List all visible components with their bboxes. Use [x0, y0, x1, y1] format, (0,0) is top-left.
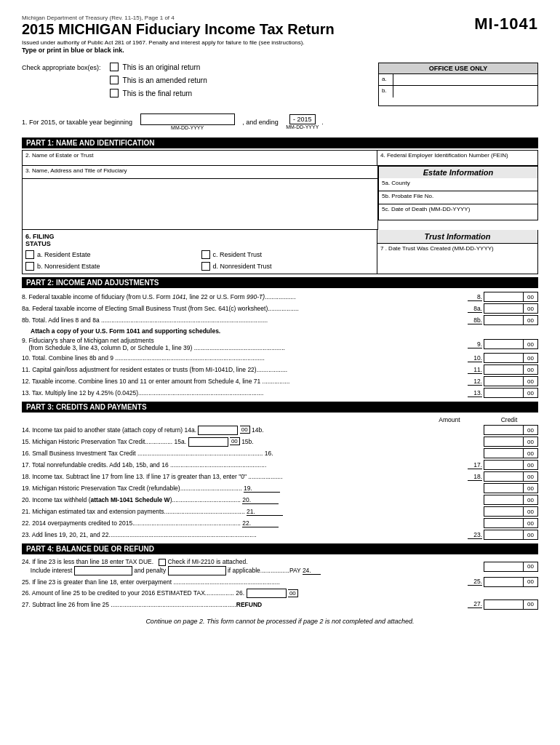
checkbox-row-original[interactable]: This is an original return: [110, 63, 378, 71]
filing-option-c[interactable]: c. Resident Trust: [201, 250, 375, 259]
line-11-amount[interactable]: [484, 364, 524, 375]
penalty-input[interactable]: [168, 566, 226, 575]
line-8b-amount[interactable]: [484, 315, 524, 325]
credits-header-row: Amount Credit: [22, 415, 538, 424]
name-id-section: 2. Name of Estate or Trust 4. Federal Em…: [22, 150, 538, 166]
office-use-box: OFFICE USE ONLY a. b.: [378, 63, 538, 106]
line-24: 24. If line 23 is less than line 18 ente…: [22, 557, 538, 576]
line-15b-amount[interactable]: [484, 437, 524, 447]
line-24-amount[interactable]: [484, 562, 524, 572]
line-13-num: 13.: [468, 389, 482, 397]
check-label: Check appropriate box(es):: [22, 63, 101, 71]
mm-dd-yyyy-label1: MM-DD-YYYY: [171, 125, 204, 130]
line-18-num: 18.: [468, 473, 482, 481]
checkbox-row-final[interactable]: This is the final return: [110, 89, 378, 97]
year-prefix: 1. For 2015, or taxable year beginning: [22, 119, 132, 126]
header-meta: Michigan Department of Treasury (Rev. 11…: [22, 15, 335, 21]
filing-option-a[interactable]: a. Resident Estate: [25, 250, 199, 259]
line-8b-cents: 00: [524, 315, 538, 325]
line-22: 22. 2014 overpayments credited to 2015..…: [22, 517, 538, 529]
line-23-cents: 00: [524, 530, 538, 540]
line-17-amount[interactable]: [484, 460, 524, 470]
line-22-amount[interactable]: [484, 518, 524, 528]
footer-text: Continue on page 2. This form cannot be …: [22, 618, 538, 625]
filing-option-d[interactable]: d. Nonresident Trust: [201, 262, 375, 271]
line-16-amount[interactable]: [484, 448, 524, 458]
filing-options: a. Resident Estate c. Resident Trust b. …: [25, 250, 374, 271]
filing-option-b[interactable]: b. Nonresident Estate: [25, 262, 199, 271]
interest-input[interactable]: [74, 566, 132, 575]
checkbox-section: Check appropriate box(es): This is an or…: [22, 63, 538, 106]
line-12-cents: 00: [524, 376, 538, 386]
year-begin-input[interactable]: [140, 113, 235, 125]
line-8a-text: 8a. Federal taxable income of Electing S…: [22, 305, 468, 312]
line-23-amount[interactable]: [484, 530, 524, 540]
line-11-num: 11.: [468, 366, 482, 374]
line-18-cents: 00: [524, 471, 538, 482]
office-use-row-b: b.: [379, 86, 537, 97]
part3-header: PART 3: CREDITS AND PAYMENTS: [22, 402, 538, 413]
line-15b-cents: 00: [524, 437, 538, 447]
line-8-text: 8. Federal taxable income of fiduciary (…: [22, 293, 468, 300]
line-8-amount[interactable]: [484, 292, 524, 302]
checkbox-nonresident-trust[interactable]: [201, 262, 210, 271]
line-19-amount[interactable]: [484, 483, 524, 493]
line-20-amount[interactable]: [484, 495, 524, 505]
line-27-text: 27. Subtract line 26 from line 25 ......…: [22, 601, 468, 608]
amount-credit-labels: Amount Credit: [420, 416, 538, 423]
line-12-amount[interactable]: [484, 376, 524, 386]
line-21-amount[interactable]: [484, 506, 524, 517]
page-header: Michigan Department of Treasury (Rev. 11…: [22, 15, 538, 61]
field7-label: 7 . Date Trust Was Created (MM-DD-YYYY): [380, 245, 494, 252]
field2-label: 2. Name of Estate or Trust: [25, 152, 93, 159]
fiduciary-input-area[interactable]: [22, 179, 378, 230]
part2-header: PART 2: INCOME AND ADJUSTMENTS: [22, 277, 538, 288]
line-14a-input[interactable]: [198, 426, 238, 435]
checkbox-resident-estate[interactable]: [25, 250, 34, 259]
checkbox-final[interactable]: [110, 89, 119, 97]
filing-title: 6. FILINGSTATUS: [25, 233, 374, 247]
line-20-cents: 00: [524, 495, 538, 505]
field4-label: 4. Federal Employer Identification Numbe…: [380, 152, 508, 159]
line-27-num: 27.: [468, 600, 482, 608]
checkbox-nonresident-estate[interactable]: [25, 262, 34, 271]
line-16: 16. Small Business Investment Tax Credit…: [22, 447, 538, 459]
line-9-amount[interactable]: [484, 339, 524, 349]
checkbox-original[interactable]: [110, 63, 119, 71]
subtitle: Issued under authority of Public Act 281…: [22, 39, 335, 46]
line-8a-amount[interactable]: [484, 303, 524, 314]
line-12-num: 12.: [468, 378, 482, 386]
line-14b-amount[interactable]: [484, 425, 524, 435]
credits-spacer: [22, 416, 420, 423]
checkbox-mi2210[interactable]: [159, 559, 166, 566]
office-use-row-a: a.: [379, 74, 537, 86]
fein-field: 4. Federal Employer Identification Numbe…: [377, 151, 537, 165]
line-25-amount[interactable]: [484, 577, 524, 587]
year-end-group: - 2015 MM-DD-YYYY: [286, 114, 319, 130]
line-8: 8. Federal taxable income of fiduciary (…: [22, 291, 538, 303]
line-10-text: 10. Total. Combine lines 8b and 9 ......…: [22, 354, 468, 362]
line-27-amount[interactable]: [484, 599, 524, 610]
office-use-value-a: [393, 74, 537, 85]
line-19-text: 19. Michigan Historic Preservation Tax C…: [22, 485, 484, 493]
office-use-value-b: [393, 86, 537, 97]
checkbox-amended[interactable]: [110, 76, 119, 84]
filing-label-a: a. Resident Estate: [37, 251, 91, 258]
year-end-box: - 2015: [289, 114, 316, 124]
line-10-cents: 00: [524, 353, 538, 363]
line-15a-input[interactable]: [188, 437, 228, 447]
line-13-amount[interactable]: [484, 388, 524, 398]
filing-label-b: b. Nonresident Estate: [37, 263, 100, 270]
line-25-cents: 00: [524, 577, 538, 587]
line-26-input[interactable]: [247, 589, 287, 598]
line-24-text: 24. If line 23 is less than line 18 ente…: [22, 558, 484, 575]
line-18-amount[interactable]: [484, 471, 524, 482]
line-8b-num: 8b.: [468, 316, 482, 324]
checkbox-row-amended[interactable]: This is an amended return: [110, 76, 378, 84]
line-10-amount[interactable]: [484, 353, 524, 363]
fiduciary-col: 3. Name, Address and Title of Fiduciary: [22, 166, 378, 230]
field5b: 5b. Probate File No.: [378, 191, 538, 204]
line-25-num: 25.: [468, 578, 482, 586]
part4-section: 24. If line 23 is less than line 18 ente…: [22, 557, 538, 610]
checkbox-resident-trust[interactable]: [201, 250, 210, 259]
